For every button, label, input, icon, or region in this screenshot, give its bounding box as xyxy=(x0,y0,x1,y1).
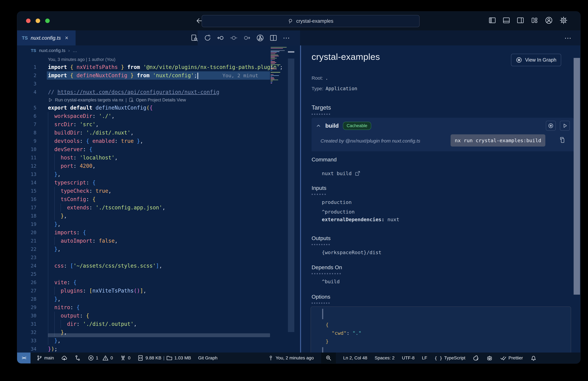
codelens-open-details-link[interactable]: Open Project Details View xyxy=(136,96,186,104)
notifications-bell-icon[interactable] xyxy=(530,355,537,361)
code-line[interactable]: 29 nitro: { xyxy=(17,303,300,312)
code-line[interactable]: 12 port: 4200, xyxy=(17,162,300,170)
codelens-nx-targets[interactable]: Run crystal-examples targets via nx|Open… xyxy=(48,96,186,104)
code-line[interactable]: 10 devServer: { xyxy=(17,145,300,154)
editor-vertical-scrollbar[interactable] xyxy=(288,45,295,353)
minimap-line xyxy=(271,59,275,60)
chevron-up-icon[interactable] xyxy=(316,123,321,128)
settings-gear-icon[interactable] xyxy=(560,16,567,24)
robot-extension-item[interactable] xyxy=(486,355,493,361)
code-line[interactable]: 17 extends: './tsconfig.app.json', xyxy=(17,203,300,212)
toggle-panel-icon[interactable] xyxy=(503,17,510,24)
account-icon[interactable] xyxy=(545,16,553,24)
code-line[interactable]: 33 }, xyxy=(17,336,300,345)
prettier-item[interactable]: Prettier xyxy=(500,355,523,361)
previous-change-icon[interactable] xyxy=(217,34,224,42)
code-line[interactable]: 22 }, xyxy=(17,245,300,253)
editor-horizontal-scrollbar[interactable] xyxy=(48,333,270,337)
git-graph-circle-icon[interactable] xyxy=(256,34,264,42)
panel-more-actions-icon[interactable]: ⋯ xyxy=(564,30,571,45)
command-center-search[interactable]: crystal-examples xyxy=(202,15,420,27)
scrollbar-thumb[interactable] xyxy=(288,59,294,332)
code-line[interactable]: 27 plugins: [nxViteTsPaths()], xyxy=(17,287,300,295)
close-tab-icon[interactable]: × xyxy=(65,35,68,41)
codelens-blame[interactable]: You, 3 minutes ago | 1 author (You) xyxy=(48,56,115,63)
code-line[interactable]: 23 xyxy=(17,253,300,262)
code-line[interactable]: 26 vite: { xyxy=(17,278,300,287)
open-project-details-icon[interactable] xyxy=(191,34,198,42)
eol-item[interactable]: LF xyxy=(422,355,427,360)
git-graph-item[interactable]: Git Graph xyxy=(198,355,217,360)
breadcrumb-more[interactable]: … xyxy=(73,48,77,53)
options-json-box[interactable]: { "cwd": "." } xyxy=(311,307,571,353)
code-line[interactable]: 31 dir: './dist/.output', xyxy=(17,320,300,328)
code-line[interactable]: 6 workspaceDir: './', xyxy=(17,112,300,120)
code-editor[interactable]: You, 3 minutes ago | 1 author (You)1impo… xyxy=(17,56,300,353)
code-line[interactable]: 20 imports: { xyxy=(17,228,300,237)
next-change-icon[interactable] xyxy=(243,34,251,42)
language-mode-item[interactable]: { } TypeScript xyxy=(434,355,465,360)
source-control-graph-button[interactable] xyxy=(74,355,81,361)
file-size-item[interactable]: 9.88 KB | 1.03 MB xyxy=(137,355,191,361)
tab-nuxt-config[interactable]: TS nuxt.config.ts × xyxy=(17,30,76,45)
external-link-icon[interactable] xyxy=(355,171,360,176)
split-editor-icon[interactable] xyxy=(270,34,277,42)
sync-changes-button[interactable] xyxy=(61,355,67,361)
maximize-window-button[interactable] xyxy=(45,19,50,23)
git-branch-item[interactable]: main xyxy=(37,355,54,361)
problems-item[interactable]: 1 0 xyxy=(88,355,113,361)
code-line[interactable]: 7 srcDir: 'src', xyxy=(17,120,300,129)
minimap[interactable] xyxy=(270,46,287,113)
code-line[interactable]: 14 typescript: { xyxy=(17,179,300,187)
ports-item[interactable]: 0 xyxy=(120,355,130,361)
zoom-status-item[interactable] xyxy=(321,353,336,363)
code-line[interactable]: 3 xyxy=(17,80,300,88)
code-line[interactable]: 9 devtools: { enabled: true }, xyxy=(17,137,300,145)
close-window-button[interactable] xyxy=(26,19,31,23)
code-line[interactable]: 4// https://nuxt.com/docs/api/configurat… xyxy=(17,88,300,96)
blame-item[interactable]: You, 2 minutes ago xyxy=(268,355,314,361)
nx-run-command-chip[interactable]: nx run crystal-examples:build xyxy=(451,134,545,147)
panel-scrollbar[interactable] xyxy=(574,58,580,295)
code-line[interactable]: 25 xyxy=(17,270,300,278)
remote-indicator-button[interactable]: >< xyxy=(17,353,31,363)
customize-layout-icon[interactable] xyxy=(531,17,538,24)
breadcrumb-file[interactable]: nuxt.config.ts xyxy=(39,48,65,53)
code-line[interactable]: 2import { defineNuxtConfig } from 'nuxt/… xyxy=(17,71,300,80)
code-line[interactable]: 8 buildDir: './dist/.nuxt', xyxy=(17,129,300,137)
squirrel-extension-item[interactable] xyxy=(473,355,479,361)
current-change-icon[interactable] xyxy=(230,34,237,42)
encoding-item[interactable]: UTF-8 xyxy=(402,355,415,360)
minimap-line xyxy=(271,77,274,78)
code-line[interactable]: 30 output: { xyxy=(17,312,300,320)
breadcrumb[interactable]: TS nuxt.config.ts › … xyxy=(17,45,300,56)
toggle-primary-sidebar-icon[interactable] xyxy=(489,17,496,24)
code-line[interactable]: 13 }, xyxy=(17,170,300,179)
code-token xyxy=(48,146,54,153)
view-target-graph-button[interactable] xyxy=(546,121,556,131)
code-line[interactable]: 5export default defineNuxtConfig({ xyxy=(17,104,300,112)
refresh-icon[interactable] xyxy=(204,34,211,42)
code-token: , xyxy=(64,213,67,219)
code-line[interactable]: 21 autoImport: false, xyxy=(17,237,300,245)
code-line[interactable]: 28 }, xyxy=(17,295,300,303)
code-line[interactable]: 15 typeCheck: true, xyxy=(17,187,300,195)
code-line[interactable]: 1import { nxViteTsPaths } from '@nx/vite… xyxy=(17,63,300,71)
codelens-run-link[interactable]: Run crystal-examples targets via nx xyxy=(55,96,123,104)
code-line[interactable]: 11 host: 'localhost', xyxy=(17,154,300,162)
more-actions-icon[interactable]: ⋯ xyxy=(283,36,290,40)
target-name[interactable]: build xyxy=(325,123,339,129)
code-line[interactable]: 24 css: ['~/assets/css/styles.scss'], xyxy=(17,262,300,270)
toggle-secondary-sidebar-icon[interactable] xyxy=(517,17,524,24)
indentation-item[interactable]: Spaces: 2 xyxy=(375,355,395,360)
code-line[interactable]: 18 }, xyxy=(17,212,300,220)
code-token: : xyxy=(70,304,77,311)
code-line[interactable]: 34}); xyxy=(17,345,300,353)
code-line[interactable]: 19 }, xyxy=(17,220,300,228)
cursor-position-item[interactable]: Ln 2, Col 48 xyxy=(343,355,367,360)
run-target-button[interactable] xyxy=(560,121,570,131)
view-in-graph-button[interactable]: View In Graph xyxy=(511,54,561,66)
code-line[interactable]: 16 tsConfig: { xyxy=(17,195,300,203)
minimize-window-button[interactable] xyxy=(36,19,40,23)
copy-icon[interactable] xyxy=(559,136,566,143)
